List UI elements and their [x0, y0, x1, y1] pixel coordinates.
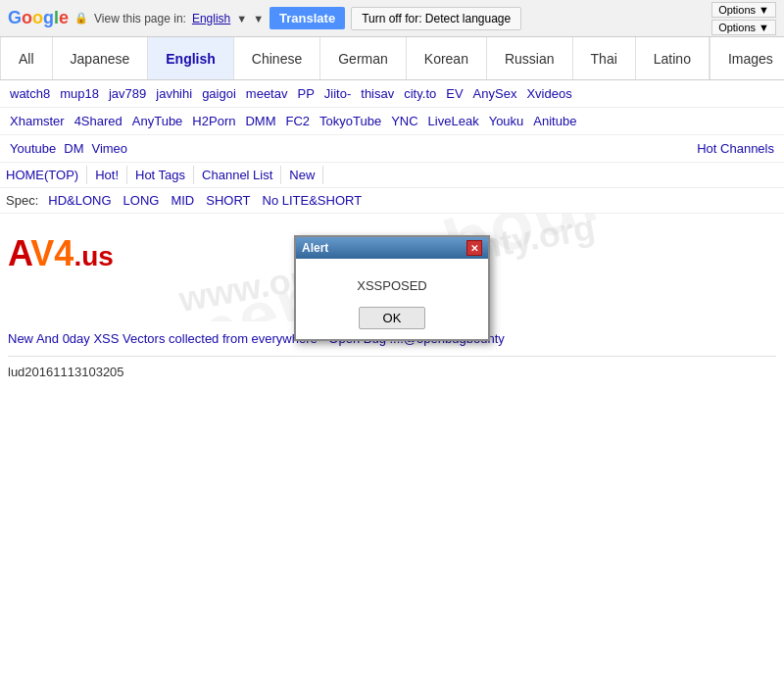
alert-ok-button[interactable]: OK — [359, 307, 426, 329]
dialog-overlay: Alert ✕ XSSPOSED OK — [0, 0, 784, 389]
alert-message: XSSPOSED — [306, 278, 478, 293]
alert-title: Alert — [302, 241, 328, 255]
alert-dialog: Alert ✕ XSSPOSED OK — [294, 235, 490, 341]
alert-close-button[interactable]: ✕ — [466, 240, 482, 256]
alert-titlebar: Alert ✕ — [296, 237, 488, 259]
alert-body: XSSPOSED OK — [296, 259, 488, 339]
